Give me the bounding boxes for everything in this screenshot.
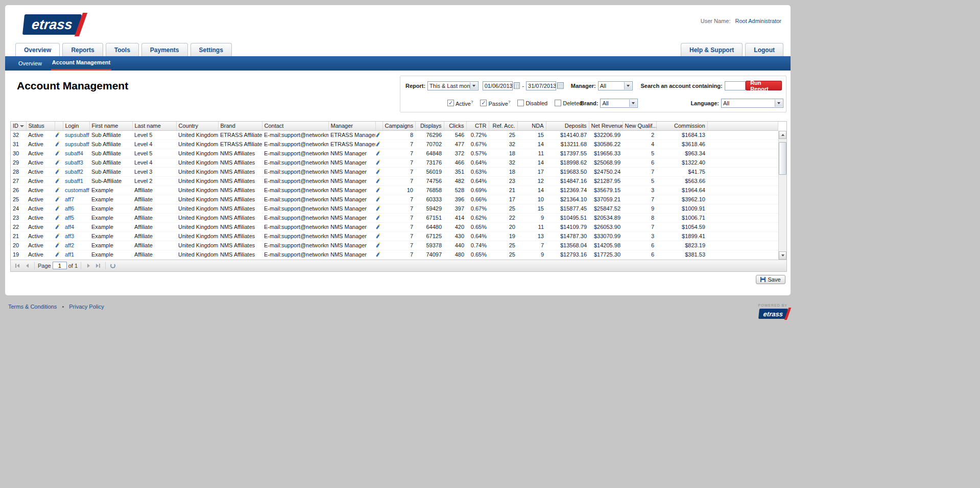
edit-pencil-icon[interactable] bbox=[55, 233, 60, 239]
cell-login[interactable]: aff7 bbox=[63, 195, 89, 204]
checkbox-deleted[interactable] bbox=[555, 100, 561, 106]
edit-pencil-icon[interactable] bbox=[55, 242, 60, 248]
edit-pencil-icon[interactable] bbox=[376, 242, 380, 248]
filter-checkbox-active[interactable]: ✓Active? bbox=[447, 100, 473, 107]
cell-login[interactable]: subaff2 bbox=[63, 167, 89, 176]
column-header-country[interactable]: Country bbox=[176, 122, 218, 130]
page-number-input[interactable] bbox=[53, 262, 67, 269]
cell-login[interactable]: supsubaff4 bbox=[63, 130, 89, 140]
calendar-to-icon[interactable] bbox=[557, 82, 564, 89]
column-header-campaigns[interactable]: Campaigns bbox=[383, 122, 415, 130]
cell-login[interactable]: subaff3 bbox=[63, 158, 89, 167]
tab-logout[interactable]: Logout bbox=[745, 43, 783, 56]
column-header-ctr[interactable]: CTR bbox=[466, 122, 489, 130]
edit-pencil-icon[interactable] bbox=[55, 132, 60, 137]
table-row[interactable]: 27Activesubaff1Sub-AffiliateLevel 2Unite… bbox=[11, 176, 778, 185]
cell-login[interactable]: aff5 bbox=[63, 213, 89, 222]
edit-pencil-icon[interactable] bbox=[376, 132, 380, 137]
column-header-status[interactable]: Status bbox=[26, 122, 55, 130]
edit-pencil-icon[interactable] bbox=[55, 159, 60, 165]
checkbox-passive[interactable]: ✓ bbox=[480, 100, 487, 106]
tab-reports[interactable]: Reports bbox=[62, 43, 103, 56]
column-header-nda[interactable]: NDA bbox=[517, 122, 546, 130]
column-header-brand[interactable]: Brand bbox=[218, 122, 262, 130]
column-header-first-name[interactable]: First name bbox=[89, 122, 132, 130]
column-header-id[interactable]: ID bbox=[11, 122, 26, 130]
table-row[interactable]: 28Activesubaff2Sub AffiliateLevel 3Unite… bbox=[11, 167, 778, 176]
edit-pencil-icon[interactable] bbox=[55, 251, 60, 257]
edit-pencil-icon[interactable] bbox=[376, 159, 380, 165]
cell-login[interactable]: aff3 bbox=[63, 231, 89, 241]
edit-pencil-icon[interactable] bbox=[55, 187, 60, 193]
column-header-manager[interactable]: Manager bbox=[328, 122, 375, 130]
date-from-input[interactable]: 01/06/2013 bbox=[483, 81, 513, 90]
table-row[interactable]: 20Activeaff2ExampleAffiliateUnited Kingd… bbox=[11, 241, 778, 250]
table-row[interactable]: 29Activesubaff3Sub AffiliateLevel 4Unite… bbox=[11, 158, 778, 167]
checkbox-disabled[interactable] bbox=[517, 100, 524, 106]
cell-login[interactable]: aff2 bbox=[63, 241, 89, 250]
next-page-button[interactable] bbox=[84, 262, 92, 270]
save-button[interactable]: Save bbox=[756, 275, 785, 284]
column-header-net-revenue[interactable]: Net Revenue bbox=[589, 122, 623, 130]
footer-link-privacy-policy[interactable]: Privacy Policy bbox=[69, 304, 104, 310]
edit-pencil-icon[interactable] bbox=[55, 196, 60, 202]
edit-pencil-icon[interactable] bbox=[55, 224, 60, 229]
column-header-clicks[interactable]: Clicks bbox=[444, 122, 466, 130]
column-header-contact[interactable]: Contact bbox=[262, 122, 328, 130]
edit-pencil-icon[interactable] bbox=[55, 141, 60, 147]
edit-pencil-icon[interactable] bbox=[376, 251, 380, 257]
filter-checkbox-disabled[interactable]: Disabled bbox=[517, 100, 547, 106]
edit-pencil-icon[interactable] bbox=[55, 169, 60, 174]
edit-pencil-icon[interactable] bbox=[376, 205, 380, 211]
edit-pencil-icon[interactable] bbox=[376, 187, 380, 193]
edit-pencil-icon[interactable] bbox=[55, 215, 60, 220]
edit-pencil-icon[interactable] bbox=[376, 178, 380, 183]
filter-checkbox-deleted[interactable]: Deleted bbox=[555, 100, 582, 106]
subnav-account-management[interactable]: Account Management bbox=[51, 56, 111, 71]
table-row[interactable]: 23Activeaff5ExampleAffiliateUnited Kingd… bbox=[11, 213, 778, 222]
tab-settings[interactable]: Settings bbox=[190, 43, 232, 56]
column-header-login[interactable]: Login bbox=[63, 122, 89, 130]
scroll-down-icon[interactable] bbox=[779, 251, 786, 260]
edit-pencil-icon[interactable] bbox=[376, 215, 380, 220]
edit-pencil-icon[interactable] bbox=[55, 150, 60, 156]
run-report-button[interactable]: Run Report bbox=[746, 81, 782, 90]
table-row[interactable]: 26ActivecustomaffExampleAffiliateUnited … bbox=[11, 185, 778, 195]
edit-pencil-icon[interactable] bbox=[376, 224, 380, 229]
scroll-up-icon[interactable] bbox=[779, 131, 786, 139]
column-header-deposits[interactable]: Deposits bbox=[546, 122, 589, 130]
refresh-button[interactable] bbox=[109, 262, 117, 270]
column-header-ref-acc[interactable]: Ref. Acc. bbox=[489, 122, 517, 130]
cell-login[interactable]: subaff4 bbox=[63, 149, 89, 158]
tab-payments[interactable]: Payments bbox=[141, 43, 188, 56]
tab-tools[interactable]: Tools bbox=[106, 43, 139, 56]
table-row[interactable]: 22Activeaff4ExampleAffiliateUnited Kingd… bbox=[11, 222, 778, 231]
chevron-down-icon[interactable] bbox=[470, 82, 477, 89]
cell-login[interactable]: aff4 bbox=[63, 222, 89, 231]
filter-checkbox-passive[interactable]: ✓Passive? bbox=[480, 100, 510, 107]
table-row[interactable]: 21Activeaff3ExampleAffiliateUnited Kingd… bbox=[11, 231, 778, 241]
column-header-new-qualif[interactable]: New Qualif... bbox=[623, 122, 656, 130]
calendar-from-icon[interactable] bbox=[514, 82, 520, 89]
column-header-edit[interactable] bbox=[55, 122, 63, 130]
scrollbar-thumb[interactable] bbox=[779, 142, 786, 175]
tab-overview[interactable]: Overview bbox=[15, 43, 60, 56]
language-select[interactable]: All bbox=[721, 99, 783, 108]
edit-pencil-icon[interactable] bbox=[55, 205, 60, 211]
edit-pencil-icon[interactable] bbox=[376, 150, 380, 156]
column-header-edit[interactable] bbox=[375, 122, 383, 130]
table-row[interactable]: 19Activeaff1ExampleAffiliateUnited Kingd… bbox=[11, 250, 778, 259]
column-header-commission[interactable]: Commission bbox=[656, 122, 707, 130]
table-row[interactable]: 24Activeaff6ExampleAffiliateUnited Kingd… bbox=[11, 204, 778, 213]
edit-pencil-icon[interactable] bbox=[376, 196, 380, 202]
cell-login[interactable]: customaff bbox=[63, 185, 89, 195]
edit-pencil-icon[interactable] bbox=[376, 169, 380, 174]
column-header-displays[interactable]: Displays bbox=[415, 122, 444, 130]
last-page-button[interactable] bbox=[94, 262, 102, 270]
brand-select[interactable]: All bbox=[600, 99, 638, 108]
chevron-down-icon[interactable] bbox=[624, 82, 632, 89]
cell-login[interactable]: aff1 bbox=[63, 250, 89, 259]
edit-pencil-icon[interactable] bbox=[376, 141, 380, 147]
table-row[interactable]: 25Activeaff7ExampleAffiliateUnited Kingd… bbox=[11, 195, 778, 204]
cell-login[interactable]: supsubaff3 bbox=[63, 140, 89, 149]
